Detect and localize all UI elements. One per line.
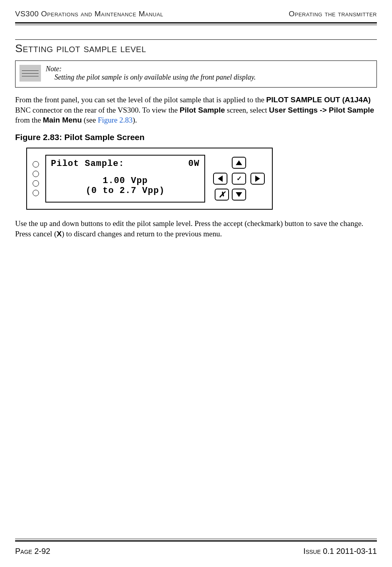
lcd-screen: Pilot Sample: 0W 1.00 Vpp (0 to 2.7 Vpp) xyxy=(45,155,205,203)
page-footer: Page 2-92 Issue 0.1 2011-03-11 xyxy=(15,543,377,556)
section-rule xyxy=(15,39,377,40)
footer-issue: Issue 0.1 2011-03-11 xyxy=(303,547,377,556)
main-menu-label: Main Menu xyxy=(43,116,82,124)
paragraph-1: From the front panel, you can set the le… xyxy=(15,95,377,125)
cancel-button[interactable]: ✗ xyxy=(215,189,229,201)
led-icon xyxy=(33,161,39,168)
note-lines-icon xyxy=(19,65,41,82)
section-title: Setting pilot sample level xyxy=(15,42,377,55)
accept-button[interactable]: ✓ xyxy=(232,173,246,185)
checkmark-icon: ✓ xyxy=(237,175,242,182)
triangle-up-icon xyxy=(236,160,242,165)
led-icon xyxy=(33,171,39,177)
figure-reference-link[interactable]: Figure 2.83 xyxy=(98,116,133,124)
right-button[interactable] xyxy=(250,173,265,185)
triangle-left-icon xyxy=(218,175,223,182)
x-key-label: X xyxy=(56,230,62,238)
header-rules xyxy=(15,22,377,25)
lcd-power-value: 0W xyxy=(188,159,200,169)
led-icon xyxy=(33,180,39,187)
x-icon: ✗ xyxy=(219,190,225,199)
pilot-sample-screen-label: Pilot Sample xyxy=(180,106,225,114)
page-header: VS300 Operations and Maintenance Manual … xyxy=(15,10,377,21)
led-icon xyxy=(33,190,39,196)
triangle-right-icon xyxy=(255,175,260,182)
paragraph-2: Use the up and down buttons to edit the … xyxy=(15,218,377,239)
footer-rules xyxy=(15,539,377,543)
figure-caption: Figure 2.83: Pilot Sample Screen xyxy=(15,132,377,142)
note-label: Note: xyxy=(46,65,256,73)
note-body: Setting the pilot sample is only availab… xyxy=(46,73,256,82)
up-button[interactable] xyxy=(232,157,246,169)
down-button[interactable] xyxy=(232,189,246,201)
header-left: VS300 Operations and Maintenance Manual xyxy=(15,10,163,18)
lcd-vpp-value: 1.00 Vpp xyxy=(51,176,200,186)
led-column xyxy=(32,161,40,196)
menu-path-label: User Settings -> Pilot Sample xyxy=(269,106,375,114)
triangle-down-icon xyxy=(236,192,242,197)
left-button[interactable] xyxy=(213,173,227,185)
dpad-cluster: ✓ ✗ xyxy=(211,157,267,201)
lcd-title: Pilot Sample: xyxy=(51,159,124,169)
pilot-sample-out-label: PILOT SAMPLE OUT (A1J4A) xyxy=(266,95,371,104)
note-text: Note: Setting the pilot sample is only a… xyxy=(46,65,256,82)
device-front-panel: Pilot Sample: 0W 1.00 Vpp (0 to 2.7 Vpp)… xyxy=(26,148,273,210)
header-right: Operating the transmitter xyxy=(289,10,377,18)
lcd-range: (0 to 2.7 Vpp) xyxy=(51,186,200,196)
footer-page: Page 2-92 xyxy=(15,547,50,556)
note-box: Note: Setting the pilot sample is only a… xyxy=(15,60,377,88)
